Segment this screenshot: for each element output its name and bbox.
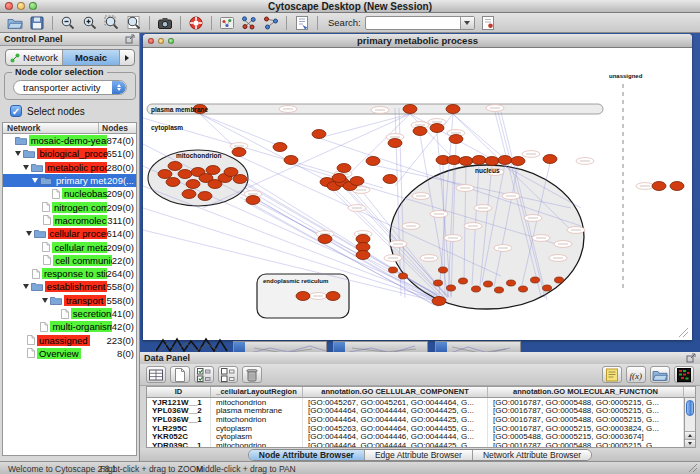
table-scrollbar[interactable] [684,398,695,447]
select-nodes-checkbox[interactable]: ✓ [10,105,22,117]
graph-node[interactable] [498,156,512,165]
network-tree-row[interactable]: primary metabo209(... [3,174,136,187]
graph-node[interactable] [284,156,298,165]
graph-node[interactable] [446,105,460,114]
graph-node[interactable] [459,157,473,166]
graph-node[interactable] [413,127,427,136]
delete-attribute-icon[interactable] [242,366,262,383]
network-tree-row[interactable]: macromolecule311(0) [3,214,136,227]
graph-node[interactable] [232,148,246,157]
graph-node[interactable] [158,170,172,179]
snapshot-icon[interactable] [156,14,174,31]
graph-node[interactable] [366,157,380,166]
select-attributes-icon[interactable] [194,366,214,383]
network-tree-row[interactable]: metabolic process280(0) [3,161,136,174]
network-tree-row[interactable]: secretion41(0) [3,307,136,320]
graph-node[interactable] [459,278,468,284]
network-tree-row[interactable]: cellular process614(0) [3,227,136,240]
network-tree-row[interactable]: transport558(0) [3,294,136,307]
graph-node[interactable] [449,135,463,144]
formula-icon[interactable]: f(x) [626,366,646,383]
expand-triangle-icon[interactable] [42,298,48,303]
graph-node[interactable] [273,143,287,152]
table-column-header[interactable]: ID [147,387,211,397]
graph-node[interactable] [168,162,182,171]
graph-node[interactable] [246,196,260,205]
graph-node[interactable] [507,280,516,286]
graph-node[interactable] [233,175,247,184]
graph-node[interactable] [318,235,332,244]
background-window-thumbnail[interactable] [156,337,228,352]
graph-node[interactable] [326,292,340,301]
graph-node[interactable] [332,174,346,183]
background-window-strip[interactable] [435,341,521,352]
zoom-selected-icon[interactable] [103,14,121,31]
network-tree-row[interactable]: Overview8(0) [3,347,136,360]
resize-grip-icon[interactable] [688,463,698,473]
table-row[interactable]: YPL036W__1mitochondrion[GO:0044464, GO:0… [147,415,695,424]
table-row[interactable]: YKR052Ccytoplasm[GO:0044464, GO:0044446,… [147,432,695,441]
graph-node[interactable] [403,105,417,114]
graph-node[interactable] [472,156,486,165]
tab-network-attribute-browser[interactable]: Network Attribute Browser [473,450,591,460]
search-input[interactable] [365,16,475,30]
open-folder-icon[interactable] [6,14,24,31]
zoom-in-icon[interactable] [81,14,99,31]
layout-b-icon[interactable] [262,14,280,31]
table-column-header[interactable]: annotation.GO CELLULAR_COMPONENT [303,387,488,397]
expand-triangle-icon[interactable] [23,165,29,170]
graph-node[interactable] [495,287,504,293]
network-tree-row[interactable]: cell communicat22(0) [3,254,136,267]
graph-node[interactable] [198,192,212,201]
background-window-strip[interactable] [233,341,327,352]
scroll-down-icon[interactable] [685,439,695,447]
deselect-attributes-icon[interactable] [218,366,238,383]
graph-node[interactable] [296,292,310,301]
table-row[interactable]: YPL036W__2plasma membrane[GO:0044464, GO… [147,407,695,416]
network-tree-row[interactable]: biological_process651(0) [3,147,136,160]
attribute-table-icon[interactable] [146,366,166,383]
canvas-resize-grip-icon[interactable] [679,328,688,337]
import-attributes-icon[interactable] [650,366,670,383]
tab-network[interactable]: Network [6,50,63,65]
zoom-fit-icon[interactable] [125,14,143,31]
network-view-titlebar[interactable]: primary metabolic process [143,34,692,48]
network-tree-row[interactable]: unassigned223(0) [3,333,136,346]
vizmapper-icon[interactable] [218,14,236,31]
network-tree-row[interactable]: nitrogen compo209(0) [3,200,136,213]
graph-node[interactable] [439,267,448,273]
graph-node[interactable] [166,178,180,187]
notes-icon[interactable] [602,366,622,383]
graph-node[interactable] [388,139,402,148]
graph-node[interactable] [531,277,540,283]
network-tree-row[interactable]: establishment of lo558(0) [3,280,136,293]
graph-node[interactable] [432,297,446,306]
new-attribute-icon[interactable] [170,366,190,383]
network-tree-row[interactable]: response to stimulu264(0) [3,267,136,280]
node-color-select[interactable]: transporter activity [13,80,127,95]
graph-node[interactable] [312,130,326,139]
graph-node[interactable] [670,182,684,191]
graph-node[interactable] [543,155,557,164]
graph-node[interactable] [206,166,220,175]
zoom-out-icon[interactable] [59,14,77,31]
scrollbar-thumb[interactable] [686,400,694,416]
graph-node[interactable] [519,286,528,292]
graph-node[interactable] [178,170,192,179]
help-icon[interactable] [187,14,205,31]
network-tree-row[interactable]: multi-organism pro42(0) [3,320,136,333]
graph-node[interactable] [555,277,564,283]
graph-node[interactable] [182,190,196,199]
save-icon[interactable] [28,14,46,31]
graph-node[interactable] [186,180,200,189]
filter-icon[interactable] [293,14,311,31]
annotation-icon[interactable] [479,14,497,31]
graph-node[interactable] [434,280,443,286]
float-panel-icon[interactable] [125,34,135,44]
tab-node-attribute-browser[interactable]: Node Attribute Browser [249,450,365,460]
network-tree-row[interactable]: nucleobase-209(0) [3,187,136,200]
tab-edge-attribute-browser[interactable]: Edge Attribute Browser [365,450,473,460]
graph-node[interactable] [430,124,444,133]
network-graph[interactable]: plasma membranecytoplasmmitochondrionnuc… [143,48,690,338]
network-canvas[interactable]: plasma membranecytoplasmmitochondrionnuc… [143,48,690,338]
